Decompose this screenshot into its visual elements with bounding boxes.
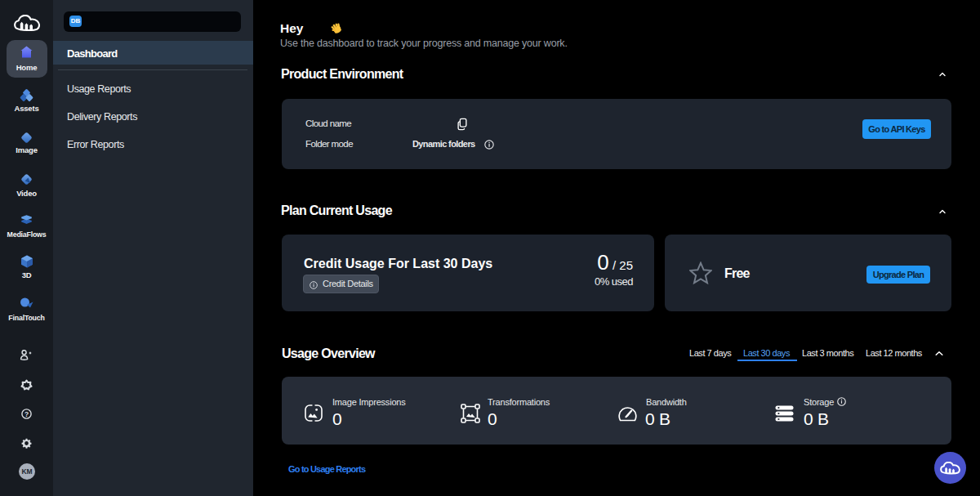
svg-text:?: ? [24,410,29,418]
